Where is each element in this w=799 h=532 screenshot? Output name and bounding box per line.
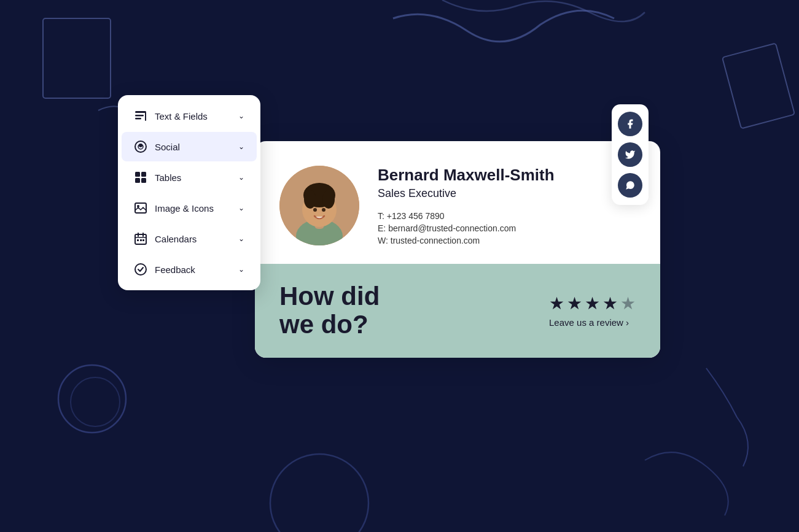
image-icons-label: Image & Icons (155, 203, 214, 214)
calendars-label: Calendars (155, 234, 197, 244)
svg-rect-15 (141, 178, 146, 183)
contact-details: T: +123 456 7890 E: bernard@trusted-conn… (378, 211, 636, 245)
social-icon (134, 140, 147, 153)
chevron-down-icon-social: ⌄ (238, 142, 244, 151)
star-2: ★ (567, 293, 582, 314)
email-value: bernard@trusted-connection.com (388, 223, 516, 233)
chevron-down-icon: ⌄ (238, 112, 244, 120)
svg-point-11 (139, 144, 142, 147)
star-4: ★ (602, 293, 618, 314)
calendars-icon (134, 232, 147, 245)
feedback-label: Feedback (155, 264, 195, 275)
text-fields-label: Text & Fields (155, 111, 208, 121)
sidebar-item-social[interactable]: Social ⌄ (122, 132, 257, 161)
stars-row: ★ ★ ★ ★ ★ (549, 293, 636, 314)
chevron-down-icon-calendars: ⌄ (238, 234, 244, 243)
contact-website: W: trusted-connection.com (378, 236, 636, 245)
star-1: ★ (549, 293, 564, 314)
tables-icon (134, 171, 147, 184)
text-fields-icon (134, 109, 147, 123)
chevron-down-icon-feedback: ⌄ (238, 265, 244, 274)
svg-point-4 (270, 454, 368, 532)
svg-point-34 (322, 208, 325, 212)
svg-point-32 (322, 190, 335, 209)
svg-rect-5 (135, 111, 146, 113)
svg-point-25 (135, 264, 146, 275)
star-5: ★ (620, 293, 636, 314)
svg-rect-6 (135, 115, 144, 117)
chevron-down-icon-image: ⌄ (238, 204, 244, 212)
svg-rect-7 (135, 118, 141, 120)
whatsapp-button[interactable] (618, 173, 642, 198)
tables-label: Tables (155, 172, 181, 183)
phone-value: +123 456 7890 (387, 211, 445, 221)
star-3: ★ (585, 293, 600, 314)
sidebar-item-feedback[interactable]: Feedback ⌄ (122, 255, 257, 284)
twitter-button[interactable] (618, 142, 642, 167)
website-label: W: (378, 236, 388, 245)
email-label: E: (378, 223, 386, 233)
contact-info: Bernard Maxwell-Smith Sales Executive T:… (378, 166, 636, 245)
svg-rect-12 (135, 172, 140, 177)
phone-label: T: (378, 211, 384, 221)
svg-point-2 (58, 365, 126, 433)
sidebar-item-text-fields[interactable]: Text & Fields ⌄ (122, 101, 257, 131)
sidebar-item-image-icons[interactable]: Image & Icons ⌄ (122, 193, 257, 223)
svg-rect-13 (141, 172, 146, 177)
image-icons-icon (134, 201, 147, 215)
sidebar-item-tables[interactable]: Tables ⌄ (122, 163, 257, 192)
review-link[interactable]: Leave us a review › (549, 317, 629, 328)
contact-name: Bernard Maxwell-Smith (378, 166, 636, 185)
contact-section: Bernard Maxwell-Smith Sales Executive T:… (255, 141, 660, 264)
facebook-button[interactable] (618, 112, 642, 136)
sidebar-panel: Text & Fields ⌄ Social ⌄ (118, 95, 260, 290)
contact-phone: T: +123 456 7890 (378, 211, 636, 221)
svg-rect-14 (135, 178, 140, 183)
chevron-down-icon-tables: ⌄ (238, 173, 244, 182)
svg-rect-23 (140, 239, 142, 241)
svg-rect-24 (142, 239, 144, 241)
social-panel (612, 104, 649, 205)
sidebar-item-calendars[interactable]: Calendars ⌄ (122, 224, 257, 253)
feedback-right: ★ ★ ★ ★ ★ Leave us a review › (549, 293, 636, 328)
avatar-container (279, 166, 359, 245)
feedback-section: How didwe do? ★ ★ ★ ★ ★ Leave us a revie… (255, 264, 660, 357)
main-card: Bernard Maxwell-Smith Sales Executive T:… (255, 141, 660, 358)
website-value: trusted-connection.com (391, 236, 480, 245)
feedback-icon (134, 263, 147, 276)
contact-email: E: bernard@trusted-connection.com (378, 223, 636, 233)
svg-rect-1 (722, 43, 795, 128)
feedback-question: How didwe do? (279, 282, 380, 339)
avatar (279, 166, 359, 245)
contact-title: Sales Executive (378, 187, 636, 200)
svg-rect-22 (137, 239, 139, 241)
svg-point-33 (313, 208, 317, 212)
svg-rect-0 (43, 18, 111, 98)
svg-point-3 (71, 377, 120, 426)
svg-point-31 (304, 190, 316, 209)
svg-rect-16 (135, 203, 146, 213)
svg-rect-8 (145, 112, 146, 121)
social-label: Social (155, 142, 180, 152)
